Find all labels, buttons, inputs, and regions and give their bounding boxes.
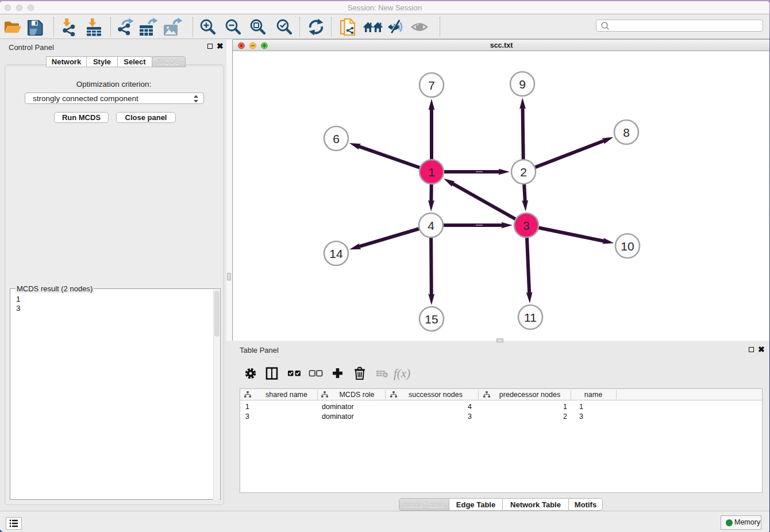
svg-text:2: 2 xyxy=(520,165,527,179)
svg-text:15: 15 xyxy=(425,313,438,326)
svg-text:10: 10 xyxy=(621,240,634,253)
svg-text:7: 7 xyxy=(428,79,435,92)
svg-text:3: 3 xyxy=(523,219,530,232)
svg-text:14: 14 xyxy=(329,247,343,260)
svg-text:6: 6 xyxy=(333,132,340,145)
svg-text:f(x): f(x) xyxy=(394,367,410,380)
svg-text:11: 11 xyxy=(524,311,537,324)
svg-text:1: 1 xyxy=(428,165,435,179)
svg-text:8: 8 xyxy=(623,126,630,139)
svg-text:9: 9 xyxy=(519,78,526,91)
svg-text:4: 4 xyxy=(428,219,434,232)
